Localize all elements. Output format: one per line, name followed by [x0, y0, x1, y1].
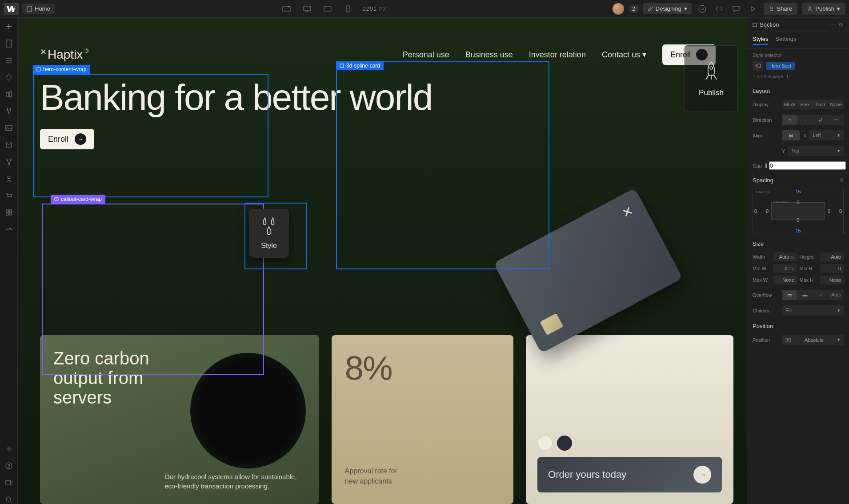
style-popover[interactable]: Style [249, 209, 289, 258]
align-label: Align [753, 133, 778, 138]
tab-settings[interactable]: Settings [775, 36, 796, 45]
margin-right[interactable]: 0 [839, 208, 842, 214]
svg-rect-31 [6, 480, 10, 485]
publish-popover[interactable]: Publish [685, 45, 738, 112]
users-icon[interactable] [4, 174, 13, 183]
carbon-desc: Our hydracool systems allow for sustaina… [164, 472, 306, 491]
align-grid-icon[interactable]: ⊞ [782, 130, 800, 140]
comment-icon[interactable] [730, 3, 742, 15]
maxw-input[interactable]: None [773, 276, 797, 284]
padding-top[interactable]: 0 [797, 200, 799, 205]
play-icon[interactable] [747, 3, 759, 15]
selector-class[interactable]: Hero Sect [766, 62, 795, 70]
cms-icon[interactable] [4, 140, 13, 149]
size-title: Size [747, 236, 849, 250]
variables-icon[interactable] [4, 90, 13, 99]
display-flex[interactable]: Flex [797, 100, 813, 109]
display-block[interactable]: Block [782, 100, 797, 109]
apps-icon[interactable] [4, 208, 13, 217]
logic-icon[interactable] [4, 157, 13, 166]
overflow-hidden[interactable]: ▬ [797, 290, 812, 300]
children-select[interactable]: Fill▾ [782, 305, 844, 316]
order-label: Order yours today [548, 469, 626, 480]
nav-investor[interactable]: Investor relation [529, 50, 586, 60]
margin-bottom[interactable]: 15 [795, 228, 801, 233]
more-icon[interactable]: ⋯ [830, 21, 836, 28]
code-icon[interactable] [713, 3, 725, 15]
share-button[interactable]: Share [764, 3, 798, 15]
maxh-input[interactable]: None [820, 276, 844, 284]
webflow-logo[interactable] [4, 3, 19, 15]
search-icon[interactable] [4, 495, 13, 504]
gap-input[interactable] [769, 161, 846, 170]
publish-button[interactable]: Publish ▾ [802, 3, 845, 15]
margin-top[interactable]: 15 [795, 189, 801, 194]
add-icon[interactable] [4, 22, 13, 31]
chevron-down-icon: ▾ [642, 50, 646, 59]
align-y-select[interactable]: Top▾ [788, 146, 844, 156]
padding-bottom[interactable]: 0 [797, 217, 799, 223]
overflow-segmented[interactable]: ▭ ▬ ≡ Auto [782, 290, 844, 300]
breakpoint-desktop-icon[interactable] [301, 3, 313, 15]
home-tab[interactable]: Home [22, 4, 55, 14]
padding-right[interactable]: 0 [828, 208, 830, 214]
help-icon[interactable]: ? [4, 461, 13, 470]
dir-row[interactable]: → [782, 115, 797, 125]
assets-icon[interactable] [4, 124, 13, 132]
height-input[interactable]: Auto [820, 252, 844, 261]
audit-icon[interactable] [4, 225, 13, 234]
breadcrumb[interactable]: Section ⋯ ⚙ [753, 21, 844, 28]
spacing-settings-icon[interactable]: ⚙ [839, 177, 844, 183]
styles-icon[interactable] [4, 107, 13, 116]
width-input[interactable]: Auto % [773, 252, 797, 261]
svg-point-9 [770, 7, 773, 9]
check-icon[interactable] [696, 3, 709, 15]
position-select[interactable]: Absolute▾ [782, 335, 844, 345]
spacing-control[interactable]: MARGIN PADDING 15 15 0 0 0 0 0 0 [753, 189, 844, 233]
svg-rect-6 [324, 7, 331, 11]
user-avatar[interactable] [613, 3, 624, 15]
swatch-light[interactable] [537, 436, 553, 451]
overflow-auto[interactable]: Auto [829, 290, 844, 300]
breakpoint-tablet-icon[interactable] [321, 3, 334, 15]
svg-point-21 [10, 159, 12, 160]
components-icon[interactable] [4, 73, 13, 82]
padding-left[interactable]: 0 [766, 208, 769, 214]
margin-left[interactable]: 0 [754, 208, 757, 214]
mode-selector[interactable]: Designing ▾ [643, 3, 692, 14]
display-grid[interactable]: Grid [813, 100, 829, 109]
display-none[interactable]: None [828, 100, 844, 109]
swatch-dark[interactable] [557, 436, 572, 451]
selection-spline-card[interactable]: 3d-spline-card [336, 61, 549, 269]
design-canvas[interactable]: ✕Haptix® Personal use Business use Inves… [18, 18, 747, 504]
nav-contact[interactable]: Contact us ▾ [602, 50, 646, 60]
settings-toggle-icon[interactable]: ⚙ [838, 21, 844, 28]
selection-callout-wrap[interactable]: callout-card-wrap [42, 204, 264, 375]
video-icon[interactable] [4, 478, 13, 487]
nav-personal[interactable]: Personal use [403, 50, 449, 60]
direction-segmented[interactable]: → ↓ ⇄ ↩ [782, 115, 844, 125]
overflow-scroll[interactable]: ≡ [813, 290, 828, 300]
minw-input[interactable]: 0 PX [773, 264, 797, 273]
ecommerce-icon[interactable] [4, 191, 13, 200]
tab-styles[interactable]: Styles [753, 36, 768, 45]
breakpoint-mobile-icon[interactable] [342, 3, 354, 15]
navigator-icon[interactable] [4, 56, 13, 65]
pages-icon[interactable] [4, 39, 13, 48]
order-cta[interactable]: Order yours today → [537, 457, 722, 492]
color-swatches [537, 436, 722, 451]
settings-icon[interactable] [4, 444, 13, 453]
dir-row-rev[interactable]: ⇄ [813, 115, 829, 125]
style-panel: Section ⋯ ⚙ Styles Settings Style select… [747, 18, 849, 504]
nav-business[interactable]: Business use [465, 50, 513, 60]
selection-label: 3d-spline-card [346, 63, 380, 69]
overflow-visible[interactable]: ▭ [782, 290, 797, 300]
dir-col[interactable]: ↓ [797, 115, 813, 125]
minh-input[interactable]: 0 [820, 264, 844, 273]
selector-parent-icon[interactable] [753, 60, 763, 71]
selection-hero-wrap[interactable]: hero-content-wrap [33, 74, 268, 197]
align-x-select[interactable]: Left▾ [809, 130, 844, 140]
display-segmented[interactable]: Block Flex Grid None [782, 100, 844, 109]
breakpoint-add-icon[interactable] [280, 3, 293, 15]
dir-wrap[interactable]: ↩ [828, 115, 844, 125]
